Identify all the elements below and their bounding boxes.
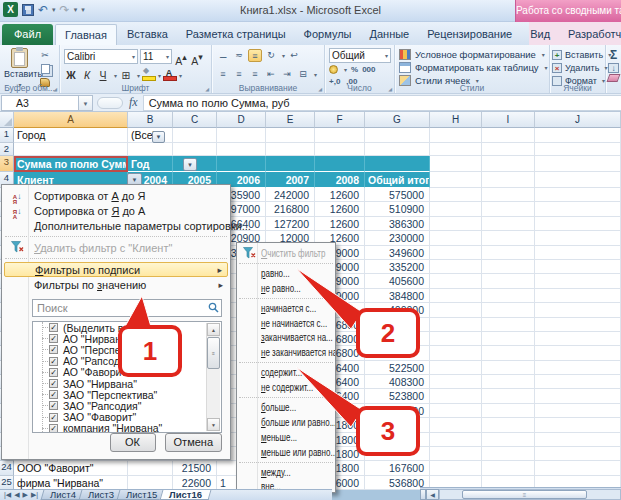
cell[interactable]: 12600 <box>315 202 365 216</box>
cell[interactable] <box>482 433 535 447</box>
year-field-dropdown-icon[interactable]: ▼ <box>183 158 197 171</box>
cell[interactable] <box>430 461 482 475</box>
ribbon-tab[interactable]: Формулы <box>295 24 361 45</box>
font-dialog-launcher-icon[interactable]: ◢ <box>205 86 209 92</box>
copy-icon[interactable] <box>41 64 50 74</box>
qat-customize-icon[interactable]: ▾ <box>81 6 85 14</box>
ribbon-tab[interactable]: Главная <box>55 24 117 45</box>
cell[interactable] <box>482 303 535 317</box>
filter-list-item[interactable]: ✓компания "Нирвана" <box>33 423 221 433</box>
align-right-icon[interactable]: ≡ <box>248 68 262 81</box>
cell[interactable] <box>535 404 621 418</box>
cell[interactable] <box>482 246 535 260</box>
column-header[interactable]: J <box>535 112 621 128</box>
cell[interactable] <box>535 433 621 447</box>
cell[interactable] <box>482 418 535 432</box>
increase-indent-icon[interactable]: ⇥ <box>280 68 294 81</box>
cell[interactable]: 127200 <box>266 217 315 231</box>
orientation-icon[interactable]: ↻ <box>264 49 278 62</box>
cell[interactable] <box>482 361 535 375</box>
align-bottom-icon[interactable]: ≡ <box>248 49 262 62</box>
filter-list-item[interactable]: ✓ЗАО "Нирвана" <box>33 378 221 389</box>
cell[interactable] <box>482 260 535 274</box>
number-dialog-launcher-icon[interactable]: ◢ <box>388 86 392 92</box>
ribbon-tab[interactable]: Вид <box>521 24 559 45</box>
filter-list-item[interactable]: ✓ЗАО "Перспектива" <box>33 389 221 400</box>
cell[interactable] <box>535 461 621 475</box>
cell[interactable] <box>430 260 482 274</box>
checkbox-checked-icon[interactable]: ✓ <box>49 424 58 433</box>
italic-button[interactable]: К <box>80 68 94 82</box>
cell[interactable] <box>482 447 535 461</box>
cell[interactable]: 523800 <box>365 389 430 403</box>
cell[interactable]: 510900 <box>365 202 430 216</box>
menu-item[interactable]: не содержит... <box>238 380 334 395</box>
cell[interactable] <box>482 318 535 332</box>
cell[interactable] <box>128 461 173 475</box>
delete-cells-button[interactable]: × Удалить▾ <box>552 61 607 74</box>
horizontal-scrollbar[interactable]: ◀ ≡ <box>420 487 621 500</box>
menu-item[interactable]: Фильтры по значению▸ <box>4 277 228 292</box>
checkbox-checked-icon[interactable]: ✓ <box>49 390 58 399</box>
cell[interactable]: 242000 <box>266 188 315 202</box>
cell[interactable] <box>482 389 535 403</box>
search-input[interactable] <box>32 299 222 317</box>
menu-item[interactable]: начинается с... <box>238 301 334 316</box>
column-header[interactable]: B <box>128 112 173 128</box>
tab-file[interactable]: Файл <box>2 24 53 45</box>
menu-item[interactable]: больше или равно... <box>238 415 334 430</box>
cell[interactable] <box>430 361 482 375</box>
comma-style-icon[interactable]: 000 <box>362 65 375 74</box>
cell[interactable] <box>430 447 482 461</box>
cell[interactable] <box>535 231 621 245</box>
cell[interactable] <box>535 289 621 303</box>
cell[interactable] <box>482 332 535 346</box>
font-family-combo[interactable]: Calibri▾ <box>64 49 138 64</box>
cell[interactable] <box>535 260 621 274</box>
cell[interactable] <box>535 217 621 231</box>
cell[interactable]: 230000 <box>365 231 430 245</box>
filter-list-item[interactable]: ✓ЗАО "Рапсодия" <box>33 400 221 411</box>
wrap-text-icon[interactable]: ↩ <box>287 49 301 62</box>
cell[interactable] <box>535 418 621 432</box>
cell[interactable]: 575000 <box>365 188 430 202</box>
cell[interactable]: 408300 <box>365 375 430 389</box>
scroll-left-icon[interactable]: ◀ <box>426 489 439 500</box>
cell[interactable] <box>535 389 621 403</box>
name-box[interactable]: A3 <box>1 95 79 111</box>
checkbox-checked-icon[interactable]: ✓ <box>49 401 58 410</box>
fill-icon[interactable]: ↓ <box>608 63 619 73</box>
cell[interactable] <box>535 318 621 332</box>
cell[interactable] <box>535 202 621 216</box>
paste-button[interactable]: Вставить ▾ <box>4 48 34 84</box>
row-header[interactable]: 1 <box>0 128 14 143</box>
ribbon-tab[interactable]: Разработчик <box>559 24 621 45</box>
column-header[interactable]: D <box>217 112 266 128</box>
cell[interactable]: 335200 <box>365 260 430 274</box>
cell[interactable] <box>482 346 535 360</box>
align-middle-icon[interactable]: ≂ <box>232 49 246 62</box>
checkbox-checked-icon[interactable]: ✓ <box>49 368 58 377</box>
menu-item[interactable]: Очистить фильтр <box>238 246 334 261</box>
shrink-font-icon[interactable]: А▾ <box>190 50 204 64</box>
checkbox-checked-icon[interactable]: ✓ <box>49 334 58 343</box>
align-center-icon[interactable]: ≡ <box>232 68 246 81</box>
ribbon-tab[interactable]: Рецензирование <box>418 24 521 45</box>
name-box-dropdown-icon[interactable]: ▼ <box>79 95 93 111</box>
column-header[interactable]: A <box>14 112 128 128</box>
cell[interactable] <box>430 274 482 288</box>
cell[interactable] <box>482 202 535 216</box>
filter-list-item[interactable]: ✓ЗАО "Фаворит" <box>33 412 221 423</box>
cell[interactable] <box>430 389 482 403</box>
clear-icon[interactable] <box>607 74 621 82</box>
prev-sheet-icon[interactable]: ◀ <box>14 491 19 499</box>
last-sheet-icon[interactable]: ▶| <box>31 491 38 499</box>
column-header[interactable]: H <box>430 112 482 128</box>
cell[interactable] <box>535 303 621 317</box>
cell[interactable] <box>482 188 535 202</box>
accounting-format-icon[interactable] <box>329 65 338 74</box>
menu-item[interactable]: заканчивается на... <box>238 330 334 345</box>
cell[interactable] <box>535 188 621 202</box>
menu-item[interactable]: между... <box>238 465 334 480</box>
cell[interactable] <box>535 346 621 360</box>
